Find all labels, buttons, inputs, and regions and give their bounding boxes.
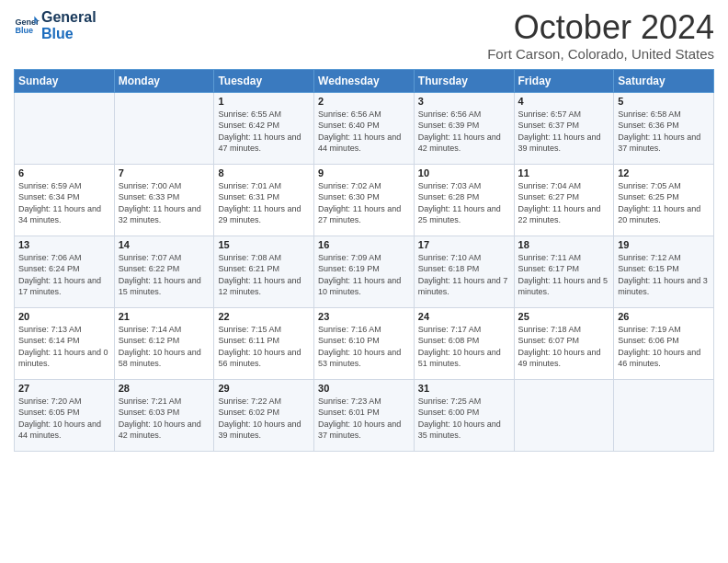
day-info: Sunrise: 7:10 AM Sunset: 6:18 PM Dayligh…: [418, 252, 510, 298]
day-cell: 27Sunrise: 7:20 AM Sunset: 6:05 PM Dayli…: [15, 379, 115, 451]
day-info: Sunrise: 7:06 AM Sunset: 6:24 PM Dayligh…: [18, 252, 110, 298]
day-cell: 20Sunrise: 7:13 AM Sunset: 6:14 PM Dayli…: [15, 307, 115, 379]
day-cell: 22Sunrise: 7:15 AM Sunset: 6:11 PM Dayli…: [214, 307, 314, 379]
day-cell: 29Sunrise: 7:22 AM Sunset: 6:02 PM Dayli…: [214, 379, 314, 451]
day-number: 9: [318, 167, 410, 178]
day-cell: 19Sunrise: 7:12 AM Sunset: 6:15 PM Dayli…: [614, 236, 714, 307]
week-row-0: 1Sunrise: 6:55 AM Sunset: 6:42 PM Daylig…: [15, 92, 714, 164]
day-info: Sunrise: 6:56 AM Sunset: 6:40 PM Dayligh…: [318, 109, 410, 155]
day-cell: 6Sunrise: 6:59 AM Sunset: 6:34 PM Daylig…: [15, 164, 115, 236]
day-number: 2: [318, 96, 410, 107]
day-cell: 17Sunrise: 7:10 AM Sunset: 6:18 PM Dayli…: [414, 236, 514, 307]
day-cell: 8Sunrise: 7:01 AM Sunset: 6:31 PM Daylig…: [214, 164, 314, 236]
day-info: Sunrise: 7:17 AM Sunset: 6:08 PM Dayligh…: [418, 324, 510, 370]
week-row-1: 6Sunrise: 6:59 AM Sunset: 6:34 PM Daylig…: [15, 164, 714, 236]
day-cell: 25Sunrise: 7:18 AM Sunset: 6:07 PM Dayli…: [514, 307, 614, 379]
day-cell: 4Sunrise: 6:57 AM Sunset: 6:37 PM Daylig…: [514, 92, 614, 164]
day-cell: [114, 92, 214, 164]
day-number: 23: [318, 311, 410, 322]
day-number: 21: [119, 311, 210, 322]
col-header-sunday: Sunday: [15, 69, 115, 92]
day-number: 17: [418, 239, 510, 250]
day-number: 5: [618, 96, 710, 107]
day-cell: 15Sunrise: 7:08 AM Sunset: 6:21 PM Dayli…: [214, 236, 314, 307]
day-number: 10: [418, 167, 510, 178]
day-info: Sunrise: 7:25 AM Sunset: 6:00 PM Dayligh…: [418, 396, 510, 442]
col-header-friday: Friday: [514, 69, 614, 92]
day-info: Sunrise: 7:20 AM Sunset: 6:05 PM Dayligh…: [18, 396, 110, 442]
day-number: 8: [218, 167, 310, 178]
day-info: Sunrise: 7:13 AM Sunset: 6:14 PM Dayligh…: [18, 324, 110, 370]
day-number: 3: [418, 96, 510, 107]
day-number: 15: [218, 239, 310, 250]
day-cell: [15, 92, 115, 164]
day-cell: 23Sunrise: 7:16 AM Sunset: 6:10 PM Dayli…: [314, 307, 415, 379]
day-info: Sunrise: 6:59 AM Sunset: 6:34 PM Dayligh…: [18, 180, 110, 226]
day-info: Sunrise: 7:09 AM Sunset: 6:19 PM Dayligh…: [318, 252, 410, 298]
logo-blue: Blue: [41, 26, 97, 42]
logo: General Blue General Blue: [14, 9, 97, 43]
day-cell: 24Sunrise: 7:17 AM Sunset: 6:08 PM Dayli…: [414, 307, 514, 379]
day-cell: 30Sunrise: 7:23 AM Sunset: 6:01 PM Dayli…: [314, 379, 415, 451]
day-info: Sunrise: 6:56 AM Sunset: 6:39 PM Dayligh…: [418, 109, 510, 155]
title-block: October 2024 Fort Carson, Colorado, Unit…: [487, 9, 714, 62]
day-number: 13: [18, 239, 110, 250]
day-cell: 1Sunrise: 6:55 AM Sunset: 6:42 PM Daylig…: [214, 92, 314, 164]
day-number: 27: [18, 383, 110, 394]
day-number: 25: [518, 311, 610, 322]
header: General Blue General Blue October 2024 F…: [14, 9, 714, 62]
col-header-saturday: Saturday: [614, 69, 714, 92]
week-row-2: 13Sunrise: 7:06 AM Sunset: 6:24 PM Dayli…: [15, 236, 714, 307]
day-number: 31: [418, 383, 510, 394]
day-info: Sunrise: 7:21 AM Sunset: 6:03 PM Dayligh…: [119, 396, 210, 442]
day-cell: 21Sunrise: 7:14 AM Sunset: 6:12 PM Dayli…: [114, 307, 214, 379]
day-number: 1: [218, 96, 310, 107]
day-number: 4: [518, 96, 610, 107]
day-cell: 9Sunrise: 7:02 AM Sunset: 6:30 PM Daylig…: [314, 164, 415, 236]
day-info: Sunrise: 7:23 AM Sunset: 6:01 PM Dayligh…: [318, 396, 410, 442]
day-cell: 12Sunrise: 7:05 AM Sunset: 6:25 PM Dayli…: [614, 164, 714, 236]
day-cell: [614, 379, 714, 451]
day-info: Sunrise: 7:12 AM Sunset: 6:15 PM Dayligh…: [618, 252, 710, 298]
day-number: 19: [618, 239, 710, 250]
day-info: Sunrise: 7:04 AM Sunset: 6:27 PM Dayligh…: [518, 180, 610, 226]
day-number: 6: [18, 167, 110, 178]
day-number: 20: [18, 311, 110, 322]
col-header-thursday: Thursday: [414, 69, 514, 92]
day-cell: 26Sunrise: 7:19 AM Sunset: 6:06 PM Dayli…: [614, 307, 714, 379]
day-cell: 3Sunrise: 6:56 AM Sunset: 6:39 PM Daylig…: [414, 92, 514, 164]
day-info: Sunrise: 7:01 AM Sunset: 6:31 PM Dayligh…: [218, 180, 310, 226]
col-header-monday: Monday: [114, 69, 214, 92]
day-info: Sunrise: 7:16 AM Sunset: 6:10 PM Dayligh…: [318, 324, 410, 370]
page-container: General Blue General Blue October 2024 F…: [0, 0, 728, 459]
day-info: Sunrise: 7:14 AM Sunset: 6:12 PM Dayligh…: [119, 324, 210, 370]
day-info: Sunrise: 7:22 AM Sunset: 6:02 PM Dayligh…: [218, 396, 310, 442]
day-number: 11: [518, 167, 610, 178]
day-cell: 11Sunrise: 7:04 AM Sunset: 6:27 PM Dayli…: [514, 164, 614, 236]
week-row-3: 20Sunrise: 7:13 AM Sunset: 6:14 PM Dayli…: [15, 307, 714, 379]
day-info: Sunrise: 7:00 AM Sunset: 6:33 PM Dayligh…: [119, 180, 210, 226]
day-number: 28: [119, 383, 210, 394]
col-header-wednesday: Wednesday: [314, 69, 415, 92]
day-number: 14: [119, 239, 210, 250]
day-cell: 31Sunrise: 7:25 AM Sunset: 6:00 PM Dayli…: [414, 379, 514, 451]
day-number: 26: [618, 311, 710, 322]
day-cell: [514, 379, 614, 451]
logo-icon: General Blue: [14, 13, 40, 39]
day-number: 12: [618, 167, 710, 178]
day-info: Sunrise: 7:07 AM Sunset: 6:22 PM Dayligh…: [119, 252, 210, 298]
svg-text:Blue: Blue: [15, 27, 33, 36]
logo-general: General: [41, 9, 97, 26]
calendar-table: SundayMondayTuesdayWednesdayThursdayFrid…: [14, 69, 714, 452]
day-info: Sunrise: 7:11 AM Sunset: 6:17 PM Dayligh…: [518, 252, 610, 298]
day-number: 30: [318, 383, 410, 394]
month-title: October 2024: [487, 9, 714, 46]
day-number: 22: [218, 311, 310, 322]
day-cell: 7Sunrise: 7:00 AM Sunset: 6:33 PM Daylig…: [114, 164, 214, 236]
day-number: 18: [518, 239, 610, 250]
week-row-4: 27Sunrise: 7:20 AM Sunset: 6:05 PM Dayli…: [15, 379, 714, 451]
location: Fort Carson, Colorado, United States: [487, 46, 714, 62]
day-number: 29: [218, 383, 310, 394]
day-info: Sunrise: 7:05 AM Sunset: 6:25 PM Dayligh…: [618, 180, 710, 226]
day-cell: 16Sunrise: 7:09 AM Sunset: 6:19 PM Dayli…: [314, 236, 415, 307]
